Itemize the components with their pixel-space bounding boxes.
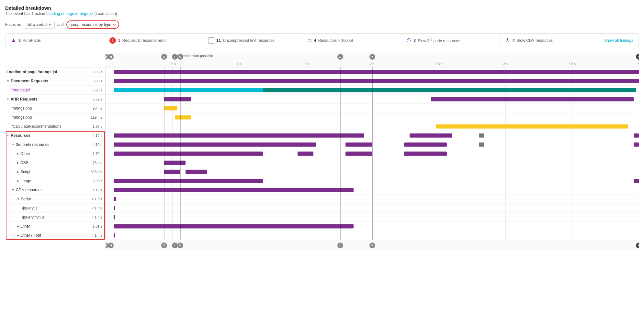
- row-label-xhr: XHR Requests: [11, 97, 38, 101]
- right-row-doc-requests: [106, 77, 639, 86]
- marker-V: V: [369, 54, 375, 60]
- chevron-right-icon: ▶: [17, 225, 19, 228]
- left-row-jquery-min: /jquery.min.js< 1 ms: [5, 213, 106, 222]
- scale-icon: ⚖: [307, 37, 312, 43]
- right-row-jquery-min: [106, 213, 639, 222]
- bar-3rd-party-4: [634, 142, 639, 147]
- chevron-down-icon: ▼: [6, 134, 9, 137]
- marker-C: C: [177, 243, 183, 248]
- chevron-down-icon: ▼: [6, 98, 9, 101]
- row-label-script: Script: [20, 170, 30, 174]
- finding-slow3rd[interactable]: ⏱ 3 Slow 3rd party resources: [401, 34, 500, 47]
- tick-label-6: 3.5 s: [569, 62, 576, 66]
- bar-resources-2: [479, 133, 484, 137]
- loading-link[interactable]: Loading of page /orange.jsf: [46, 11, 93, 16]
- tick-label-3: 2 s: [370, 62, 374, 66]
- right-row-ratings1: [106, 104, 639, 113]
- left-row-css: ▶CSS73 ms: [5, 158, 106, 167]
- right-row-cdn-font: [106, 231, 639, 240]
- right-row-cdn-other: [106, 222, 639, 231]
- show-all-findings[interactable]: Show all findings: [599, 35, 638, 46]
- row-label-3rd-party: 3rd party resources: [16, 142, 49, 147]
- left-row-jquery: /jquery.js< 1 ms: [5, 204, 106, 213]
- left-row-cdn: ▼CDN resources1.19 s: [5, 185, 106, 195]
- bar-other-3: [404, 151, 447, 156]
- finding-large[interactable]: ⚖ 4 Resources > 100 kB: [302, 34, 401, 47]
- right-row-resources: [106, 131, 639, 140]
- right-row-jquery: [106, 204, 639, 213]
- row-label-cdn-other: Other: [20, 224, 30, 229]
- marker-H: H: [108, 243, 114, 248]
- bar-orange-jsf-1: [263, 88, 636, 92]
- focus-dropdown[interactable]: full waterfall: [24, 21, 54, 29]
- row-label-ratings1: /ratings.php: [12, 106, 32, 111]
- right-row-cdn: [106, 185, 639, 195]
- controls-bar: Focus on full waterfall and group resour…: [5, 20, 639, 29]
- row-duration-resources: 4.10 s: [93, 134, 104, 137]
- slowcdn-label: Slow CDN resources: [517, 38, 553, 43]
- chevron-down-icon: ▼: [12, 143, 15, 146]
- purepath-count: 3: [18, 38, 21, 43]
- left-axis-spacer: [5, 53, 106, 67]
- row-duration-image: 3.93 s: [93, 179, 104, 183]
- row-label-jquery-min: /jquery.min.js: [22, 215, 45, 219]
- bar-script-0: [164, 170, 180, 174]
- right-row-cdn-script: [106, 195, 639, 204]
- row-duration-script: 595 ms: [91, 170, 104, 174]
- group-dropdown[interactable]: group resources by type: [66, 20, 119, 29]
- bar-resources-1: [410, 133, 452, 137]
- row-duration-loading: 3.95 s: [93, 70, 104, 74]
- bar-cdn-script-0: [114, 197, 116, 201]
- marker-L: L: [337, 54, 343, 60]
- bar-image-0: [114, 179, 263, 183]
- connector-label: and: [57, 22, 64, 27]
- row-duration-cdn-font: < 1 ms: [92, 233, 104, 237]
- bar-calc-0: [436, 124, 628, 128]
- row-duration-jquery-min: < 1 ms: [92, 215, 104, 219]
- bar-other-2: [345, 151, 372, 156]
- row-label-calc: /CalculateRecommendations: [12, 124, 61, 129]
- tick-label-1: 1 s: [237, 62, 241, 66]
- header-subtitle: This event has 1 action Loading of page …: [5, 11, 639, 16]
- left-row-orange-jsf: /orange.jsf3.93 s: [5, 86, 106, 95]
- finding-uncompressed[interactable]: □ 11 Uncompressed text resources: [203, 34, 302, 47]
- finding-purepaths[interactable]: ▲ 3 PurePaths: [6, 34, 104, 47]
- right-row-orange-jsf: [106, 86, 639, 95]
- row-duration-cdn: 1.19 s: [93, 188, 104, 192]
- left-row-loading: Loading of page /orange.jsf3.95 s: [5, 67, 106, 77]
- marker-S: S: [161, 243, 167, 248]
- left-row-3rd-party: ▼3rd party resources4.10 s: [5, 140, 106, 149]
- row-duration-xhr: 3.62 s: [93, 97, 104, 101]
- slow3rd-count: 3: [413, 38, 416, 43]
- page-container: Detailed breakdown This event has 1 acti…: [0, 0, 644, 255]
- chevron-down-icon: ▼: [6, 79, 9, 83]
- left-row-script: ▶Script595 ms: [5, 167, 106, 176]
- bar-3rd-party-0: [114, 142, 316, 147]
- row-link-orange-jsf[interactable]: /orange.jsf: [12, 88, 30, 92]
- row-label-resources: Resources: [11, 133, 30, 138]
- row-label-other: Other: [20, 151, 30, 156]
- chevron-down-icon: ▼: [12, 188, 15, 192]
- left-row-calc: /CalculateRecommendations1.57 s: [5, 122, 106, 131]
- bar-script-1: [186, 170, 207, 174]
- compress-icon: □: [209, 37, 214, 44]
- bar-image-1: [634, 179, 639, 183]
- left-row-resources: ▼Resources4.10 s: [5, 131, 106, 140]
- marker-S: S: [161, 54, 167, 60]
- page-title: Detailed breakdown: [5, 5, 639, 11]
- findings-bar: ▲ 3 PurePaths ! 1 Request & resource err…: [5, 33, 639, 47]
- error-label: Request & resource error: [122, 38, 166, 43]
- bar-doc-requests-0: [114, 79, 639, 83]
- finding-slowcdn[interactable]: ⏱ 4 Slow CDN resources: [500, 34, 599, 47]
- waterfall-left-panel: Loading of page /orange.jsf3.95 s▼Docume…: [5, 53, 106, 250]
- tick-label-2: 1.5 s: [302, 62, 309, 66]
- slow3rd-label: Slow 3rd party resources: [418, 38, 460, 43]
- bar-3rd-party-2: [404, 142, 447, 147]
- finding-errors[interactable]: ! 1 Request & resource error: [104, 34, 203, 47]
- slowcdn-icon: ⏱: [505, 38, 510, 43]
- marker-H: H: [108, 54, 114, 60]
- bar-cdn-font-0: [114, 233, 115, 237]
- bar-ratings1-0: [164, 106, 177, 110]
- bar-other-1: [298, 151, 313, 156]
- chevron-right-icon: ▶: [17, 234, 19, 237]
